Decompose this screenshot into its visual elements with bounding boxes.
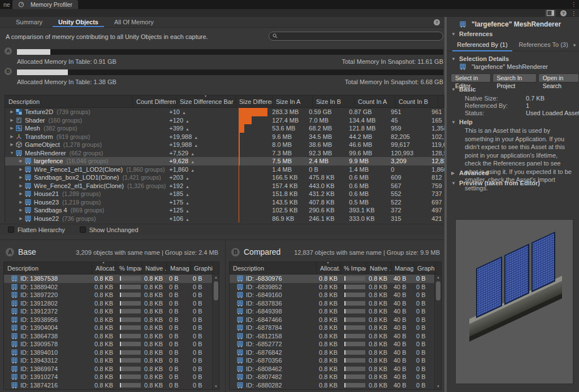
partial-tab[interactable]: ne xyxy=(0,0,14,9)
tab-references-to[interactable]: References To (3) xyxy=(513,38,573,51)
table-row[interactable]: ID: 138575380.8 KB0.8 KB0 B0 B xyxy=(4,275,212,283)
column-header-main-7[interactable]: Count In B xyxy=(395,95,438,107)
checkbox-icon[interactable] xyxy=(80,227,86,233)
scrollbar-up-icon[interactable]: ▲ xyxy=(213,276,219,279)
table-row[interactable]: ID: 139389560.8 KB0.8 KB0 B0 B xyxy=(4,316,212,324)
layout-panel-icon[interactable] xyxy=(545,10,556,17)
column-header-compared-3[interactable]: Native ... xyxy=(366,262,391,274)
search-input[interactable] xyxy=(280,33,439,40)
table-row[interactable]: ID: 139040040.8 KB0.8 KB0 B0 B xyxy=(4,324,212,332)
column-header-base-0[interactable]: Description xyxy=(4,262,92,274)
column-header-main-0[interactable]: Description xyxy=(5,95,132,107)
table-row[interactable]: ID: -68768420.8 KB0.8 KB40 B0 B xyxy=(230,349,434,357)
table-row[interactable]: ID: -68474660.8 KB0.8 KB40 B0 B xyxy=(230,316,434,324)
column-header-main-1[interactable]: Count Difference xyxy=(132,95,176,107)
column-header-compared-4[interactable]: Manag... xyxy=(391,262,413,274)
expander-icon[interactable]: ▶ xyxy=(18,157,24,165)
table-row[interactable]: ID: 138894020.8 KB0.8 KB0 B0 B xyxy=(4,283,212,291)
expander-icon[interactable]: ▶ xyxy=(18,173,24,182)
table-row[interactable]: ID: -68493980.8 KB0.8 KB40 B0 B xyxy=(230,307,434,316)
column-header-base-1[interactable]: Allocat...▼ xyxy=(92,262,115,274)
table-row[interactable]: ID: -68074820.8 KB0.8 KB40 B0 B xyxy=(230,373,434,381)
table-row[interactable]: ▶Wire_Fence1_el1_LOD2(Clone)(1,860 group… xyxy=(5,165,471,174)
help-icon[interactable]: ? xyxy=(560,10,567,16)
advanced-foldout[interactable]: ▶ Advanced xyxy=(451,169,489,176)
column-header-main-4[interactable]: Size In A xyxy=(272,95,312,107)
references-foldout[interactable]: ▼ References xyxy=(451,31,492,37)
table-row[interactable]: ID: -68802820.8 KB0.8 KB40 B0 B xyxy=(230,381,434,390)
scrollbar-down-icon[interactable]: ▼ xyxy=(213,385,219,388)
table-row[interactable]: ▶Mesh(382 groups)+399▲53.6 MB68.2 MB121.… xyxy=(5,124,471,133)
scrollbar-up-icon[interactable]: ▲ xyxy=(435,276,442,279)
expander-icon[interactable]: ▶ xyxy=(18,206,24,215)
expander-icon[interactable]: ▶ xyxy=(18,198,24,207)
table-row[interactable]: ▶Sandbags_box2_LOD1(Clone)(1,421 groups)… xyxy=(5,173,471,182)
column-header-base-3[interactable]: Native ... xyxy=(141,262,166,274)
table-scrollbar[interactable]: ▲▼ xyxy=(212,275,219,389)
table-row[interactable]: ID: -68309760.8 KB0.8 KB40 B0 B xyxy=(230,275,434,283)
tab-unity-objects[interactable]: Unity Objects xyxy=(50,17,106,27)
expander-icon[interactable]: ▶ xyxy=(8,108,15,116)
table-scrollbar[interactable]: ▲▼ xyxy=(434,275,441,389)
expander-icon[interactable]: ▶ xyxy=(18,215,24,223)
selection-details-foldout[interactable]: ▼ Selection Details xyxy=(451,55,509,62)
column-header-compared-2[interactable]: % Impact xyxy=(340,262,366,274)
expander-icon[interactable]: ▶ xyxy=(18,190,24,198)
expander-icon[interactable]: ▶ xyxy=(8,141,15,149)
column-header-compared-1[interactable]: Allocat...▼ xyxy=(316,262,340,274)
column-header-base-2[interactable]: % Impact xyxy=(115,262,141,274)
table-row[interactable]: ▶House21(1,289 groups)+185▲151.8 KB431.2… xyxy=(5,190,471,198)
asset-preview[interactable] xyxy=(455,219,573,384)
table-row[interactable]: ▶Shader(160 groups)+120▲127.4 MB7.0 MB13… xyxy=(5,116,471,125)
table-row[interactable]: ▶Texture2D(739 groups)+10▲283.3 MB0.59 G… xyxy=(5,108,471,116)
table-row[interactable]: ID: -68378360.8 KB0.8 KB40 B0 B xyxy=(230,299,434,308)
table-row[interactable]: ▶Wire_Fence2_el1_Fabric(Clone)(1,326 gro… xyxy=(5,182,471,190)
table-row[interactable]: ID: -68121580.8 KB0.8 KB40 B0 B xyxy=(230,332,434,341)
table-row[interactable]: ID: 139123720.8 KB0.8 KB0 B0 B xyxy=(4,307,212,316)
table-row[interactable]: ▼MeshRenderer(662 groups)+7,529▲7.3 MB92… xyxy=(5,149,471,158)
flatten-hierarchy-checkbox[interactable]: Flatten Hierarchy xyxy=(8,227,65,233)
expander-icon[interactable]: ▶ xyxy=(8,133,15,141)
help-foldout[interactable]: ▼ Help xyxy=(451,119,473,125)
search-field[interactable] xyxy=(269,32,443,41)
column-header-main-6[interactable]: Count In A xyxy=(354,95,395,107)
table-row[interactable]: ID: 138699740.8 KB0.8 KB0 B0 B xyxy=(4,365,212,373)
table-row[interactable]: ID: 139433120.8 KB0.8 KB0 B0 B xyxy=(4,356,212,365)
table-row[interactable]: ID: 139102740.8 KB0.8 KB0 B0 B xyxy=(4,373,212,381)
tab-all-of-memory[interactable]: All Of Memory xyxy=(106,17,162,27)
table-row[interactable]: ▶GameObject(1,278 groups)+19,988▲8.0 MB3… xyxy=(5,141,471,149)
column-header-base-5[interactable]: Graphi... xyxy=(190,262,213,274)
table-row[interactable]: ▶largefence(16,046 groups)+9,628▲7.5 MB2… xyxy=(5,157,471,165)
table-row[interactable]: ID: 138647380.8 KB0.8 KB0 B0 B xyxy=(4,332,212,341)
column-header-main-5[interactable]: Size In B xyxy=(312,95,354,107)
checkbox-icon[interactable] xyxy=(8,227,14,233)
memory-profiler-tab[interactable]: Memory Profiler xyxy=(12,0,78,9)
table-row[interactable]: ID: -68491600.8 KB0.8 KB40 B0 B xyxy=(230,291,434,299)
select-in-editor-button[interactable]: Select in Editor xyxy=(451,73,491,82)
table-row[interactable]: ID: -68084620.8 KB0.8 KB40 B0 B xyxy=(230,365,434,373)
view-help-icon[interactable]: ? xyxy=(434,19,440,25)
basic-foldout[interactable]: ▼ Basic xyxy=(451,86,476,93)
expander-icon[interactable]: ▶ xyxy=(18,182,24,190)
tab-referenced-by[interactable]: Referenced By (1) xyxy=(451,38,513,51)
table-row[interactable]: ID: 139095780.8 KB0.8 KB0 B0 B xyxy=(4,340,212,349)
open-in-search-button[interactable]: Open in Search xyxy=(538,73,579,82)
expander-icon[interactable]: ▶ xyxy=(8,124,15,133)
scrollbar-thumb[interactable] xyxy=(436,281,440,300)
search-in-project-button[interactable]: Search In Project xyxy=(492,73,537,82)
scrollbar-thumb[interactable] xyxy=(214,281,218,300)
column-header-main-2[interactable]: Size Difference Bar▼ xyxy=(176,95,235,107)
column-header-main-3[interactable]: Size Difference xyxy=(235,95,272,107)
table-row[interactable]: ID: -68703560.8 KB0.8 KB40 B0 B xyxy=(230,356,434,365)
chevron-down-icon[interactable]: ▼ xyxy=(572,43,577,48)
table-row[interactable]: ID: 138972200.8 KB0.8 KB0 B0 B xyxy=(4,291,212,299)
table-row[interactable]: ID: -68527720.8 KB0.8 KB40 B0 B xyxy=(230,340,434,349)
column-header-compared-5[interactable]: Graphi... xyxy=(413,262,435,274)
table-row[interactable]: ▶Sandbags 4(869 groups)+125▲102.5 KB290.… xyxy=(5,206,471,215)
column-header-base-4[interactable]: Manag... xyxy=(166,262,190,274)
table-row[interactable]: ID: -68787840.8 KB0.8 KB40 B0 B xyxy=(230,324,434,332)
table-row[interactable]: ID: 138940100.8 KB0.8 KB0 B0 B xyxy=(4,349,212,357)
expander-icon[interactable]: ▼ xyxy=(8,149,15,158)
table-row[interactable]: ID: -68398520.8 KB0.8 KB40 B0 B xyxy=(230,283,434,291)
table-row[interactable]: ID: 139128020.8 KB0.8 KB0 B0 B xyxy=(4,299,212,308)
